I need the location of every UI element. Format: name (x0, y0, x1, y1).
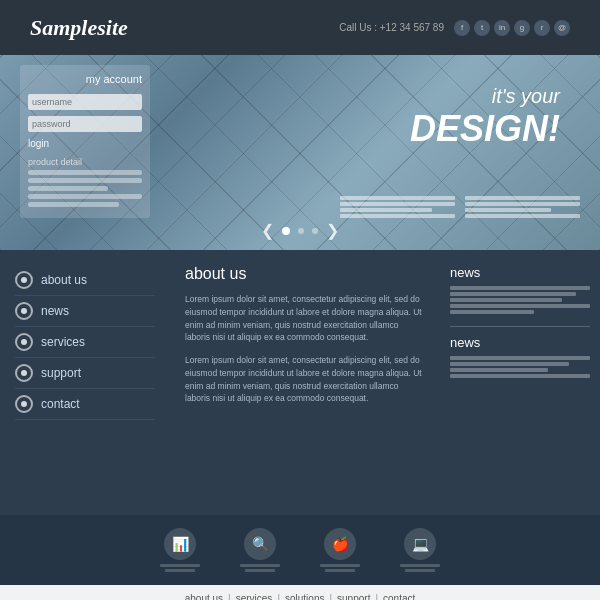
icon-label-laptop (400, 564, 440, 572)
right-panel: news news (440, 250, 600, 515)
hero-text: it's your DESIGN! (410, 85, 560, 150)
icon-item-laptop[interactable]: 💻 (400, 528, 440, 572)
search-icon[interactable]: 🔍 (244, 528, 276, 560)
nav-label-about: about us (41, 273, 87, 287)
icon-item-chart[interactable]: 📊 (160, 528, 200, 572)
content-area: about us news services support contact a… (0, 250, 600, 515)
hero-arrow-right[interactable]: ❯ (326, 221, 339, 240)
username-input[interactable] (28, 94, 142, 110)
news-lines-2 (450, 356, 590, 378)
nav-icon-news (15, 302, 33, 320)
about-para-1: Lorem ipsum dolor sit amet, consectetur … (185, 293, 425, 344)
login-button[interactable]: login (28, 138, 49, 149)
social-icon-twitter[interactable]: t (474, 20, 490, 36)
site-title: Samplesite (30, 15, 128, 41)
news-title-1: news (450, 265, 590, 280)
news-title-2: news (450, 335, 590, 350)
sidebar: about us news services support contact (0, 250, 170, 515)
site-footer: about us | services | solutions | suppor… (0, 585, 600, 600)
icon-item-search[interactable]: 🔍 (240, 528, 280, 572)
laptop-icon[interactable]: 💻 (404, 528, 436, 560)
news-lines-1 (450, 286, 590, 314)
nav-icon-contact (15, 395, 33, 413)
hero-banner: my account login product detail it's you… (0, 55, 600, 250)
social-icon-linkedin[interactable]: in (494, 20, 510, 36)
hero-dot-3[interactable] (312, 228, 318, 234)
account-panel: my account login product detail (20, 65, 150, 218)
social-icon-googleplus[interactable]: g (514, 20, 530, 36)
nav-icon-about (15, 271, 33, 289)
footer-link-support[interactable]: support (337, 593, 370, 600)
chart-icon[interactable]: 📊 (164, 528, 196, 560)
social-icon-mail[interactable]: @ (554, 20, 570, 36)
product-detail-label: product detail (28, 157, 142, 167)
icon-bar: 📊 🔍 🍎 💻 (0, 515, 600, 585)
pd-line-5 (28, 202, 119, 207)
hero-lorem-columns (340, 196, 580, 220)
hero-navigation: ❮ ❯ (261, 221, 339, 240)
footer-link-solutions[interactable]: solutions (285, 593, 324, 600)
nav-item-services[interactable]: services (15, 327, 155, 358)
about-para-2: Lorem ipsum dolor sit amet, consectetur … (185, 354, 425, 405)
pd-line-3 (28, 186, 108, 191)
header-right: Call Us : +12 34 567 89 f t in g r @ (339, 20, 570, 36)
hero-dot-1[interactable] (282, 227, 290, 235)
footer-link-contact[interactable]: contact (383, 593, 415, 600)
nav-label-support: support (41, 366, 81, 380)
pd-line-1 (28, 170, 142, 175)
nav-icon-services (15, 333, 33, 351)
nav-item-about[interactable]: about us (15, 265, 155, 296)
news-separator (450, 326, 590, 327)
social-icon-rss[interactable]: r (534, 20, 550, 36)
main-content: about us Lorem ipsum dolor sit amet, con… (170, 250, 440, 515)
its-your-text: it's your (410, 85, 560, 108)
social-icons-group: f t in g r @ (454, 20, 570, 36)
icon-label-search (240, 564, 280, 572)
footer-link-services[interactable]: services (236, 593, 273, 600)
call-us-text: Call Us : +12 34 567 89 (339, 22, 444, 33)
icon-label-apple (320, 564, 360, 572)
footer-link-about[interactable]: about us (185, 593, 223, 600)
lorem-col-1 (340, 196, 455, 220)
icon-label-chart (160, 564, 200, 572)
nav-label-services: services (41, 335, 85, 349)
hero-dot-2[interactable] (298, 228, 304, 234)
nav-label-news: news (41, 304, 69, 318)
pd-line-2 (28, 178, 142, 183)
footer-links: about us | services | solutions | suppor… (185, 593, 416, 600)
password-input[interactable] (28, 116, 142, 132)
pd-line-4 (28, 194, 142, 199)
site-header: Samplesite Call Us : +12 34 567 89 f t i… (0, 0, 600, 55)
nav-icon-support (15, 364, 33, 382)
social-icon-facebook[interactable]: f (454, 20, 470, 36)
hero-arrow-left[interactable]: ❮ (261, 221, 274, 240)
product-detail-lines (28, 170, 142, 207)
about-title: about us (185, 265, 425, 283)
my-account-title: my account (28, 73, 142, 85)
design-text: DESIGN! (410, 108, 560, 150)
nav-item-support[interactable]: support (15, 358, 155, 389)
nav-item-news[interactable]: news (15, 296, 155, 327)
lorem-col-2 (465, 196, 580, 220)
nav-label-contact: contact (41, 397, 80, 411)
icon-item-apple[interactable]: 🍎 (320, 528, 360, 572)
apple-icon[interactable]: 🍎 (324, 528, 356, 560)
nav-item-contact[interactable]: contact (15, 389, 155, 420)
